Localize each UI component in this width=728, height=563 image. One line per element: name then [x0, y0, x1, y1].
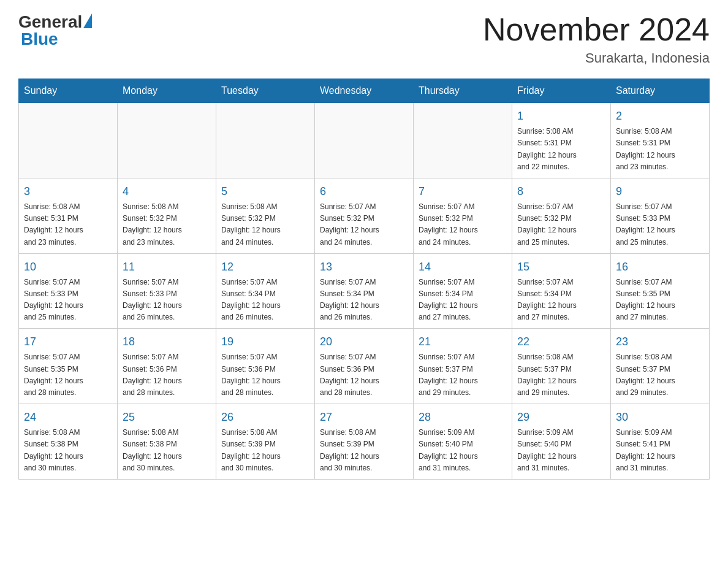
- day-info: Sunrise: 5:09 AM Sunset: 5:41 PM Dayligh…: [616, 427, 704, 474]
- calendar-cell: 6Sunrise: 5:07 AM Sunset: 5:32 PM Daylig…: [315, 178, 414, 253]
- day-number: 6: [320, 183, 408, 200]
- day-info: Sunrise: 5:08 AM Sunset: 5:37 PM Dayligh…: [616, 351, 704, 399]
- day-info: Sunrise: 5:07 AM Sunset: 5:33 PM Dayligh…: [24, 277, 112, 324]
- day-info: Sunrise: 5:08 AM Sunset: 5:38 PM Dayligh…: [123, 427, 211, 474]
- day-number: 2: [616, 108, 704, 124]
- calendar-cell: [315, 103, 414, 178]
- day-info: Sunrise: 5:08 AM Sunset: 5:39 PM Dayligh…: [320, 427, 408, 474]
- day-number: 10: [24, 259, 112, 275]
- calendar-cell: 20Sunrise: 5:07 AM Sunset: 5:36 PM Dayli…: [315, 329, 414, 404]
- day-info: Sunrise: 5:09 AM Sunset: 5:40 PM Dayligh…: [419, 427, 507, 474]
- weekday-header-monday: Monday: [118, 79, 216, 103]
- title-section: November 2024 Surakarta, Indonesia: [483, 12, 710, 66]
- day-info: Sunrise: 5:08 AM Sunset: 5:37 PM Dayligh…: [517, 351, 605, 399]
- day-number: 23: [616, 334, 704, 350]
- day-number: 4: [123, 183, 211, 200]
- calendar-cell: 2Sunrise: 5:08 AM Sunset: 5:31 PM Daylig…: [611, 103, 710, 178]
- calendar-cell: 13Sunrise: 5:07 AM Sunset: 5:34 PM Dayli…: [315, 253, 414, 329]
- calendar-cell: 1Sunrise: 5:08 AM Sunset: 5:31 PM Daylig…: [512, 103, 611, 178]
- day-number: 12: [221, 259, 309, 275]
- calendar-cell: 30Sunrise: 5:09 AM Sunset: 5:41 PM Dayli…: [611, 404, 710, 480]
- weekday-header-tuesday: Tuesday: [216, 79, 315, 103]
- day-number: 28: [419, 409, 507, 426]
- day-info: Sunrise: 5:07 AM Sunset: 5:34 PM Dayligh…: [221, 277, 309, 324]
- day-info: Sunrise: 5:08 AM Sunset: 5:31 PM Dayligh…: [24, 201, 112, 248]
- weekday-header-row: SundayMondayTuesdayWednesdayThursdayFrid…: [19, 79, 710, 103]
- weekday-header-saturday: Saturday: [611, 79, 710, 103]
- day-number: 15: [517, 259, 605, 275]
- day-info: Sunrise: 5:07 AM Sunset: 5:33 PM Dayligh…: [123, 277, 211, 324]
- day-number: 27: [320, 409, 408, 426]
- calendar-cell: [19, 103, 118, 178]
- calendar-cell: 9Sunrise: 5:07 AM Sunset: 5:33 PM Daylig…: [611, 178, 710, 253]
- calendar-cell: 18Sunrise: 5:07 AM Sunset: 5:36 PM Dayli…: [118, 329, 216, 404]
- day-number: 20: [320, 334, 408, 350]
- day-number: 9: [616, 183, 704, 200]
- day-info: Sunrise: 5:07 AM Sunset: 5:35 PM Dayligh…: [24, 351, 112, 399]
- calendar-cell: 4Sunrise: 5:08 AM Sunset: 5:32 PM Daylig…: [118, 178, 216, 253]
- weekday-header-wednesday: Wednesday: [315, 79, 414, 103]
- day-number: 1: [517, 108, 605, 124]
- day-number: 7: [419, 183, 507, 200]
- weekday-header-thursday: Thursday: [414, 79, 512, 103]
- day-number: 8: [517, 183, 605, 200]
- calendar-subtitle: Surakarta, Indonesia: [483, 50, 710, 66]
- day-info: Sunrise: 5:07 AM Sunset: 5:34 PM Dayligh…: [320, 277, 408, 324]
- day-number: 30: [616, 409, 704, 426]
- day-info: Sunrise: 5:07 AM Sunset: 5:35 PM Dayligh…: [616, 277, 704, 324]
- day-info: Sunrise: 5:07 AM Sunset: 5:32 PM Dayligh…: [517, 201, 605, 248]
- day-info: Sunrise: 5:07 AM Sunset: 5:34 PM Dayligh…: [517, 277, 605, 324]
- calendar-cell: 25Sunrise: 5:08 AM Sunset: 5:38 PM Dayli…: [118, 404, 216, 480]
- day-number: 19: [221, 334, 309, 350]
- calendar-cell: 23Sunrise: 5:08 AM Sunset: 5:37 PM Dayli…: [611, 329, 710, 404]
- day-number: 3: [24, 183, 112, 200]
- calendar-cell: [118, 103, 216, 178]
- day-info: Sunrise: 5:08 AM Sunset: 5:39 PM Dayligh…: [221, 427, 309, 474]
- day-number: 13: [320, 259, 408, 275]
- day-number: 11: [123, 259, 211, 275]
- calendar-cell: 8Sunrise: 5:07 AM Sunset: 5:32 PM Daylig…: [512, 178, 611, 253]
- logo: General Blue: [18, 12, 92, 49]
- day-number: 16: [616, 259, 704, 275]
- calendar-cell: [216, 103, 315, 178]
- calendar-week-row: 17Sunrise: 5:07 AM Sunset: 5:35 PM Dayli…: [19, 329, 710, 404]
- day-info: Sunrise: 5:08 AM Sunset: 5:31 PM Dayligh…: [616, 126, 704, 173]
- calendar-cell: 29Sunrise: 5:09 AM Sunset: 5:40 PM Dayli…: [512, 404, 611, 480]
- day-number: 17: [24, 334, 112, 350]
- calendar-week-row: 1Sunrise: 5:08 AM Sunset: 5:31 PM Daylig…: [19, 103, 710, 178]
- calendar-cell: 12Sunrise: 5:07 AM Sunset: 5:34 PM Dayli…: [216, 253, 315, 329]
- calendar-cell: 19Sunrise: 5:07 AM Sunset: 5:36 PM Dayli…: [216, 329, 315, 404]
- calendar-cell: 16Sunrise: 5:07 AM Sunset: 5:35 PM Dayli…: [611, 253, 710, 329]
- day-info: Sunrise: 5:07 AM Sunset: 5:36 PM Dayligh…: [221, 351, 309, 399]
- day-info: Sunrise: 5:07 AM Sunset: 5:34 PM Dayligh…: [419, 277, 507, 324]
- day-info: Sunrise: 5:08 AM Sunset: 5:31 PM Dayligh…: [517, 126, 605, 173]
- day-info: Sunrise: 5:07 AM Sunset: 5:33 PM Dayligh…: [616, 201, 704, 248]
- day-number: 24: [24, 409, 112, 426]
- day-number: 18: [123, 334, 211, 350]
- day-info: Sunrise: 5:08 AM Sunset: 5:32 PM Dayligh…: [221, 201, 309, 248]
- calendar-week-row: 24Sunrise: 5:08 AM Sunset: 5:38 PM Dayli…: [19, 404, 710, 480]
- page-header: General Blue November 2024 Surakarta, In…: [18, 12, 710, 66]
- calendar-week-row: 10Sunrise: 5:07 AM Sunset: 5:33 PM Dayli…: [19, 253, 710, 329]
- calendar-cell: 10Sunrise: 5:07 AM Sunset: 5:33 PM Dayli…: [19, 253, 118, 329]
- calendar-cell: 11Sunrise: 5:07 AM Sunset: 5:33 PM Dayli…: [118, 253, 216, 329]
- day-info: Sunrise: 5:07 AM Sunset: 5:37 PM Dayligh…: [419, 351, 507, 399]
- day-number: 22: [517, 334, 605, 350]
- weekday-header-friday: Friday: [512, 79, 611, 103]
- day-number: 5: [221, 183, 309, 200]
- calendar-cell: 26Sunrise: 5:08 AM Sunset: 5:39 PM Dayli…: [216, 404, 315, 480]
- calendar-cell: 28Sunrise: 5:09 AM Sunset: 5:40 PM Dayli…: [414, 404, 512, 480]
- calendar-cell: 17Sunrise: 5:07 AM Sunset: 5:35 PM Dayli…: [19, 329, 118, 404]
- calendar-cell: 3Sunrise: 5:08 AM Sunset: 5:31 PM Daylig…: [19, 178, 118, 253]
- calendar-table: SundayMondayTuesdayWednesdayThursdayFrid…: [18, 79, 710, 480]
- calendar-cell: 27Sunrise: 5:08 AM Sunset: 5:39 PM Dayli…: [315, 404, 414, 480]
- calendar-cell: 14Sunrise: 5:07 AM Sunset: 5:34 PM Dayli…: [414, 253, 512, 329]
- calendar-cell: 21Sunrise: 5:07 AM Sunset: 5:37 PM Dayli…: [414, 329, 512, 404]
- calendar-cell: 22Sunrise: 5:08 AM Sunset: 5:37 PM Dayli…: [512, 329, 611, 404]
- calendar-cell: 5Sunrise: 5:08 AM Sunset: 5:32 PM Daylig…: [216, 178, 315, 253]
- calendar-title: November 2024: [483, 12, 710, 47]
- day-number: 26: [221, 409, 309, 426]
- calendar-cell: [414, 103, 512, 178]
- day-number: 14: [419, 259, 507, 275]
- day-info: Sunrise: 5:09 AM Sunset: 5:40 PM Dayligh…: [517, 427, 605, 474]
